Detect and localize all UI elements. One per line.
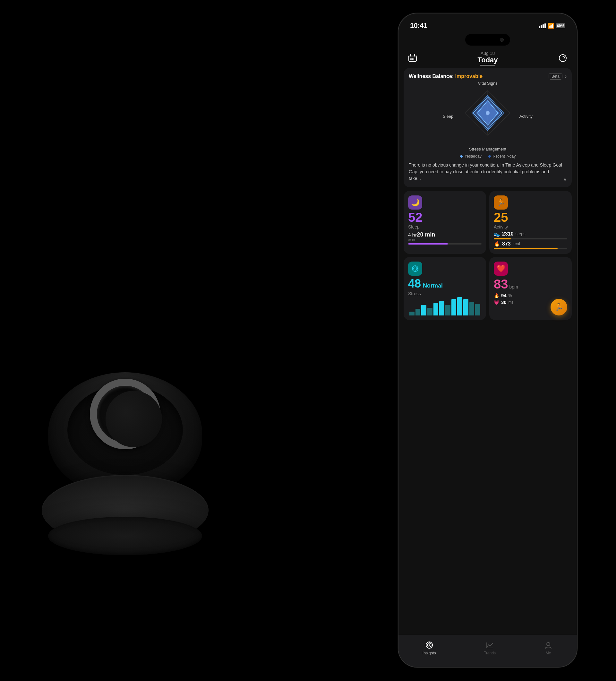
chart-bar <box>409 311 414 316</box>
radar-label-left: Sleep <box>443 114 453 119</box>
legend-row: Yesterday Recent 7-day <box>409 154 567 158</box>
svg-point-31 <box>547 642 550 646</box>
metrics-grid: 🌙 52 Sleep 4 hr20 min /8 hr <box>404 191 572 320</box>
app-header: Aug 18 Today <box>399 46 577 68</box>
steps-unit: steps <box>516 231 525 236</box>
legend-recent: Recent 7-day <box>488 154 516 158</box>
stress-label: Stress <box>408 291 482 296</box>
app-content: Wellness Balance: Improvable Beta › Vita… <box>399 68 577 664</box>
nav-trends[interactable]: Trends <box>484 640 496 655</box>
kcal-progress-fill <box>494 248 558 249</box>
sleep-score: 52 <box>408 211 422 224</box>
svg-marker-18 <box>488 155 491 158</box>
chart-bar <box>469 302 474 316</box>
bottom-nav: Insights Trends <box>399 635 577 667</box>
sleep-icon: 🌙 <box>408 196 422 209</box>
nav-trends-label: Trends <box>484 651 496 655</box>
chevron-right-icon[interactable]: › <box>565 74 567 79</box>
steps-value: 2310 <box>502 231 514 237</box>
radar-label-top: Vital Signs <box>478 81 497 86</box>
svg-point-20 <box>414 267 417 270</box>
hrv-value: 30 <box>501 299 507 305</box>
stress-card[interactable]: 48 Normal Stress <box>404 257 486 320</box>
kcal-unit: kcal <box>513 241 520 246</box>
heart-icon: ❤️ <box>494 261 508 276</box>
spo2-row: 🔥 94 % <box>494 293 567 298</box>
smart-ring-device <box>26 96 225 546</box>
sleep-card[interactable]: 🌙 52 Sleep 4 hr20 min /8 hr <box>404 191 486 254</box>
nav-insights-label: Insights <box>422 651 436 655</box>
trends-icon <box>485 640 494 650</box>
beta-badge: Beta <box>548 73 562 80</box>
bpm-row: 83 bpm <box>494 277 567 292</box>
bpm-unit: bpm <box>510 284 518 289</box>
steps-progress-fill <box>494 238 511 239</box>
activity-card[interactable]: 🏃 25 Activity 👟 2310 steps <box>489 191 572 254</box>
fire-icon: 🔥 <box>494 241 500 247</box>
phone-screen: 10:41 📶 69% <box>399 14 577 667</box>
header-title: Today <box>478 56 497 64</box>
spo2-value: 94 <box>501 293 507 298</box>
fire-icon2: 🔥 <box>494 293 499 298</box>
chart-bar <box>433 303 439 316</box>
activity-icon: 🏃 <box>494 196 508 209</box>
chart-bar <box>415 309 420 316</box>
signal-bars-icon <box>539 23 546 28</box>
kcal-progress-bar <box>494 248 567 249</box>
nav-me[interactable]: Me <box>544 640 553 655</box>
chart-bar <box>452 299 457 316</box>
chart-bar <box>475 304 480 316</box>
shoe-icon: 👟 <box>494 231 500 237</box>
header-underline <box>480 65 495 66</box>
wifi-icon: 📶 <box>548 23 554 29</box>
hrv-icon: 💗 <box>494 300 499 305</box>
activity-score-row: 25 <box>494 211 567 224</box>
sleep-progress-bar <box>408 243 482 245</box>
nav-me-label: Me <box>546 651 551 655</box>
chart-bar <box>463 299 468 316</box>
activity-label: Activity <box>494 224 567 229</box>
wellness-title: Wellness Balance: Improvable <box>409 74 483 79</box>
svg-rect-5 <box>412 58 414 60</box>
stress-value-row: 48 Normal <box>408 277 482 291</box>
phone-device: 10:41 📶 69% <box>398 13 578 667</box>
nav-insights[interactable]: Insights <box>422 640 436 655</box>
wellness-header: Wellness Balance: Improvable Beta › <box>409 73 567 80</box>
svg-marker-17 <box>460 155 463 158</box>
kcal-row: 🔥 873 kcal <box>494 241 567 247</box>
header-date-nav: Aug 18 Today <box>478 51 497 66</box>
legend-yesterday: Yesterday <box>460 154 482 158</box>
chart-bar <box>445 305 451 316</box>
sleep-label: Sleep <box>408 224 482 229</box>
refresh-button[interactable] <box>556 52 569 65</box>
svg-rect-1 <box>409 55 416 57</box>
wellness-card[interactable]: Wellness Balance: Improvable Beta › Vita… <box>404 68 572 187</box>
chart-bar <box>427 308 433 316</box>
profile-icon <box>544 640 553 650</box>
bpm-value: 83 <box>494 277 508 292</box>
sleep-goal: /8 hr <box>408 238 482 242</box>
sleep-score-row: 52 <box>408 211 482 224</box>
status-time: 10:41 <box>410 22 427 30</box>
wellness-badge-row: Beta › <box>548 73 567 80</box>
kcal-value: 873 <box>502 241 511 247</box>
hrv-unit: ms <box>509 300 514 305</box>
activity-fab-button[interactable]: 🏃 <box>550 299 567 316</box>
status-bar: 10:41 📶 69% <box>399 14 577 33</box>
radar-label-bottom: Stress Management <box>469 147 506 151</box>
chart-bar <box>439 301 444 316</box>
steps-progress-bar <box>494 238 567 239</box>
calendar-icon[interactable] <box>406 52 419 65</box>
battery-icon: 69% <box>556 23 565 28</box>
svg-rect-4 <box>410 58 412 60</box>
chart-bar <box>421 305 427 316</box>
camera-dot <box>500 38 504 42</box>
heart-card[interactable]: ❤️ 83 bpm 🔥 94 % 💗 30 <box>489 257 572 320</box>
description-row[interactable]: There is no obvious change in your condi… <box>409 158 567 182</box>
radar-label-right: Activity <box>519 114 533 119</box>
insights-icon <box>425 640 434 650</box>
steps-row: 👟 2310 steps <box>494 231 567 237</box>
radar-chart: Vital Signs Sleep Activity Stress Manage… <box>443 81 533 151</box>
chevron-down-icon[interactable]: ∨ <box>562 177 567 182</box>
dynamic-island <box>465 34 510 46</box>
